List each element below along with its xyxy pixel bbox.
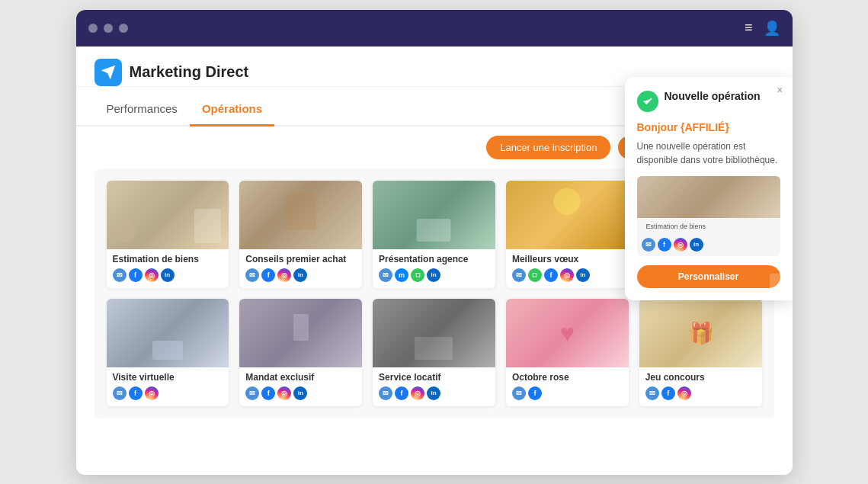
browser-titlebar: ≡ 👤	[76, 10, 793, 46]
preview-email-icon: ✉	[642, 238, 655, 252]
linkedin-icon: in	[293, 386, 307, 400]
instagram-icon: ◎	[411, 386, 424, 400]
card-icons-visite: ✉ f ◎	[113, 386, 223, 400]
card-info-conseils: Conseils premier achat ✉ f ◎ in	[239, 249, 362, 288]
notification-header: Nouvelle opération	[637, 89, 780, 112]
notification-greeting: Bonjour {AFFILIÉ}	[637, 121, 780, 133]
card-icons-presentation: ✉ m ◻ in	[379, 268, 489, 282]
browser-window: ≡ 👤 Marketing Direct Performances Opérat…	[76, 10, 793, 475]
card-image-jeu: 🎁	[639, 299, 762, 367]
card-title-mandat: Mandat exclusif	[245, 372, 356, 383]
card-title-conseils: Conseils premier achat	[245, 254, 356, 264]
facebook-icon: f	[129, 268, 143, 282]
instagram-icon: ◎	[677, 386, 691, 400]
email-icon: ✉	[245, 268, 259, 282]
instagram-icon: ◎	[145, 386, 159, 400]
tab-operations[interactable]: Opérations	[190, 93, 274, 127]
tab-performances[interactable]: Performances	[94, 93, 190, 127]
card-info-jeu: Jeu concours ✉ f ◎	[639, 367, 762, 406]
email-icon: ✉	[113, 268, 127, 282]
card-image-presentation	[373, 181, 495, 249]
card-icons-conseils: ✉ f ◎ in	[245, 268, 356, 282]
card-title-octobre: Octobre rose	[512, 372, 623, 383]
preview-image	[637, 176, 780, 218]
card-title-visite: Visite virtuelle	[113, 372, 223, 383]
app-logo	[94, 59, 122, 86]
card-title-presentation: Présentation agence	[379, 254, 489, 264]
notification-panel: × Nouvelle opération Bonjour {AFFILIÉ} U…	[625, 77, 793, 300]
notification-title: Nouvelle opération	[665, 89, 761, 103]
card-icons-jeu: ✉ f ◎	[645, 386, 756, 400]
card-info-mandat: Mandat exclusif ✉ f ◎ in	[239, 367, 362, 406]
card-image-mandat	[239, 299, 362, 367]
card-info-presentation: Présentation agence ✉ m ◻ in	[373, 249, 495, 288]
personnaliser-button[interactable]: Personnaliser	[637, 265, 780, 288]
menu-icon[interactable]: ≡	[745, 20, 753, 36]
logo-icon	[100, 64, 117, 81]
card-image-service	[373, 299, 495, 367]
card-service[interactable]: Service locatif ✉ f ◎ in	[373, 299, 495, 406]
preview-social-icons: ✉ f ◎ in	[637, 235, 780, 256]
preview-facebook-icon: f	[658, 238, 671, 252]
email-icon: ✉	[379, 268, 392, 282]
email-icon: ✉	[645, 386, 659, 400]
email-icon: ✉	[113, 386, 127, 400]
card-image-conseils	[239, 181, 362, 249]
close-button[interactable]: ×	[777, 85, 783, 95]
facebook-icon: f	[129, 386, 143, 400]
card-mandat[interactable]: Mandat exclusif ✉ f ◎ in	[239, 299, 362, 406]
preview-linkedin-icon: in	[690, 238, 703, 252]
linkedin-icon: in	[293, 268, 307, 282]
card-info-octobre: Octobre rose ✉ f	[506, 367, 629, 406]
preview-instagram-icon: ◎	[674, 238, 687, 252]
card-icons-service: ✉ f ◎ in	[379, 386, 489, 400]
facebook-icon: f	[544, 268, 558, 282]
card-title-jeu: Jeu concours	[645, 372, 756, 383]
app-title: Marketing Direct	[130, 63, 249, 81]
card-title-estimation: Estimation de biens	[113, 254, 223, 264]
card-icons-mandat: ✉ f ◎ in	[245, 386, 356, 400]
user-icon[interactable]: 👤	[764, 20, 780, 37]
card-presentation[interactable]: Présentation agence ✉ m ◻ in	[373, 181, 495, 288]
facebook-icon: f	[395, 386, 408, 400]
browser-dot-1	[88, 24, 98, 33]
card-title-voeux: Meilleurs vœux	[512, 254, 623, 264]
card-info-visite: Visite virtuelle ✉ f ◎	[107, 367, 229, 406]
greeting-prefix: Bonjour	[637, 121, 681, 133]
card-title-service: Service locatif	[379, 372, 489, 383]
card-info-estimation: Estimation de biens ✉ f ◎ in	[107, 249, 229, 288]
card-estimation[interactable]: Estimation de biens ✉ f ◎ in	[107, 181, 229, 288]
linkedin-icon: in	[427, 386, 440, 400]
card-icons-voeux: ✉ ◻ f ◎ in	[512, 268, 623, 282]
card-jeu[interactable]: 🎁 Jeu concours ✉ f ◎	[639, 299, 762, 406]
card-image-estimation	[107, 181, 229, 249]
browser-content: Marketing Direct Performances Opérations…	[76, 46, 793, 475]
facebook-icon: f	[528, 386, 542, 400]
instagram-icon: ◎	[277, 268, 291, 282]
card-image-octobre: ♥	[506, 299, 629, 367]
email-icon: ✉	[512, 386, 526, 400]
card-conseils[interactable]: Conseils premier achat ✉ f ◎ in	[239, 181, 362, 288]
facebook-icon: f	[261, 386, 275, 400]
email-icon: ✉	[512, 268, 526, 282]
card-info-service: Service locatif ✉ f ◎ in	[373, 367, 495, 406]
browser-dot-2	[104, 24, 113, 33]
card-icons-octobre: ✉ f	[512, 386, 623, 400]
card-image-voeux	[506, 181, 629, 249]
card-icons-estimation: ✉ f ◎ in	[113, 268, 223, 282]
linkedin-icon: in	[576, 268, 590, 282]
instagram-icon: ◎	[145, 268, 159, 282]
linkedin-icon: in	[161, 268, 175, 282]
greeting-highlight: {AFFILIÉ}	[681, 121, 729, 133]
lancer-inscription-button[interactable]: Lancer une inscription	[486, 136, 610, 159]
messenger-icon: m	[395, 268, 408, 282]
notification-preview: Estimation de biens ✉ f ◎ in	[637, 176, 780, 256]
notification-status-icon	[637, 91, 658, 112]
card-image-visite	[107, 299, 229, 367]
card-visite[interactable]: Visite virtuelle ✉ f ◎	[107, 299, 229, 406]
browser-dot-3	[119, 24, 128, 33]
notification-description: Une nouvelle opération est disponible da…	[637, 139, 780, 167]
card-voeux[interactable]: Meilleurs vœux ✉ ◻ f ◎ in	[506, 181, 629, 288]
card-octobre[interactable]: ♥ Octobre rose ✉ f	[506, 299, 629, 406]
check-icon	[642, 96, 653, 107]
